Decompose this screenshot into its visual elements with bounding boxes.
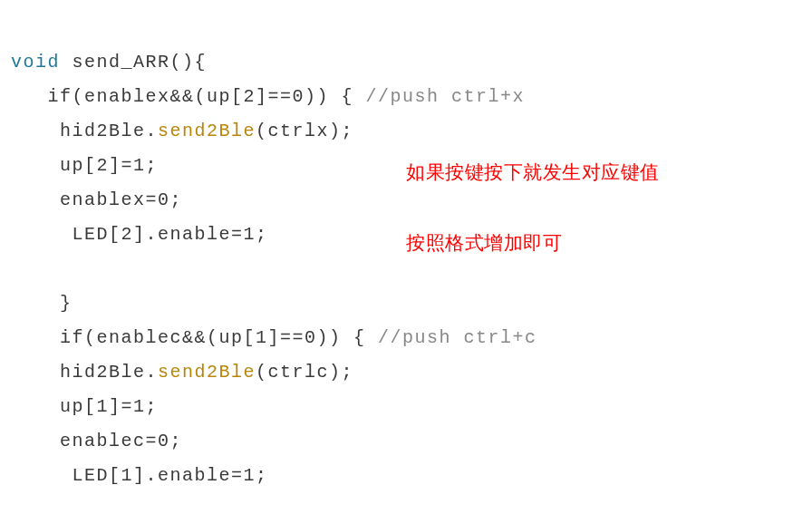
call-send2ble-2: send2Ble <box>158 362 256 383</box>
call-send2ble-1: send2Ble <box>158 121 256 141</box>
line-9: if(enablec&&(up[1]==0)) { //push ctrl+c <box>11 327 537 348</box>
line-10: hid2Ble.send2Ble(ctrlc); <box>11 362 353 383</box>
annotation-1: 如果按键按下就发生对应键值 <box>406 154 660 190</box>
annotation-2: 按照格式增加即可 <box>406 225 562 261</box>
comment-push-ctrlx: //push ctrl+x <box>366 86 526 107</box>
line-4: up[2]=1; <box>11 155 158 176</box>
line-13: LED[1].enable=1; <box>11 465 268 486</box>
line-6: LED[2].enable=1; <box>11 224 268 245</box>
line-11: up[1]=1; <box>11 396 158 417</box>
line-5: enablex=0; <box>11 189 182 210</box>
keyword-void: void <box>11 52 60 73</box>
line-8: } <box>11 293 72 314</box>
line-2: if(enablex&&(up[2]==0)) { //push ctrl+x <box>11 86 525 107</box>
comment-push-ctrlc: //push ctrl+c <box>378 327 537 348</box>
line-12: enablec=0; <box>11 431 182 451</box>
line-3: hid2Ble.send2Ble(ctrlx); <box>11 121 353 141</box>
line-1: void send_ARR(){ <box>11 52 207 73</box>
